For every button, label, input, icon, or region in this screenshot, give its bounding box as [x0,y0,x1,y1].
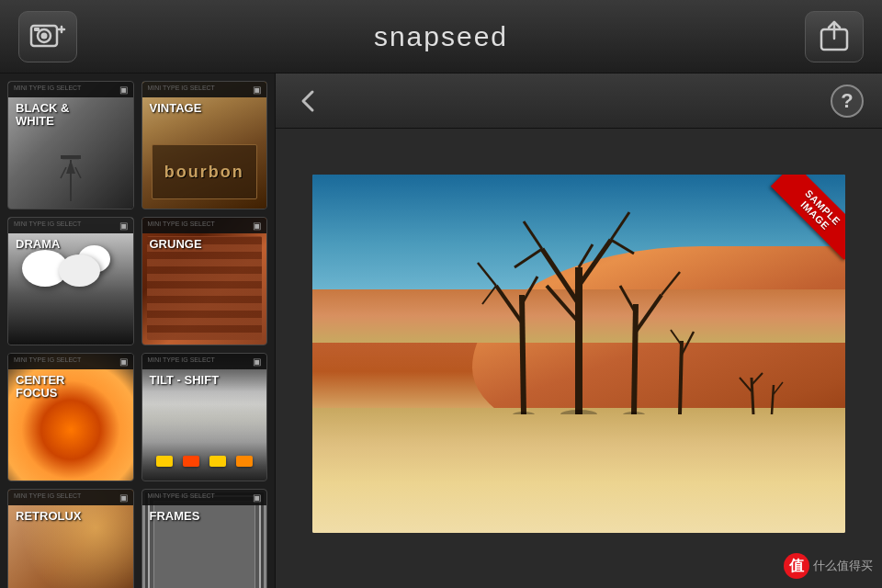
svg-line-15 [542,249,579,304]
svg-point-36 [513,412,535,414]
svg-line-31 [620,286,636,313]
main-image-container: SAMPLEIMAGE [312,175,845,533]
filter-title-frames: FRAMES [142,506,208,526]
svg-line-42 [774,382,783,394]
filter-title-vintage: VINTAGE [142,98,209,119]
svg-rect-13 [61,155,81,159]
filter-card-frames[interactable]: MINI TYPE IG SELECT ▣ FRAMES [141,489,268,588]
filter-list: MINI TYPE IG SELECT ▣ BLACK &WHITE bourb… [0,74,276,588]
svg-marker-9 [66,160,75,174]
svg-line-22 [579,244,593,267]
svg-line-30 [662,272,680,295]
filter-card-vintage[interactable]: bourbon MINI TYPE IG SELECT ▣ VINTAGE [141,81,268,209]
filter-card-tilt-shift[interactable]: MINI TYPE IG SELECT ▣ TILT - SHIFT [141,353,268,481]
svg-line-39 [740,378,752,391]
filter-card-grunge[interactable]: MINI TYPE IG SELECT ▣ GRUNGE [141,217,268,345]
share-button[interactable] [805,11,864,62]
card-meta-bw: MINI TYPE IG SELECT [14,85,81,95]
preview-toolbar: ? [276,74,882,129]
svg-line-41 [772,385,774,414]
svg-line-29 [636,295,662,332]
filter-title-cf: CENTERFOCUS [8,370,72,404]
svg-line-40 [752,373,763,385]
back-button[interactable] [294,86,323,116]
svg-line-11 [75,167,81,178]
watermark: 值 什么值得买 [784,553,873,579]
svg-line-24 [496,286,522,322]
svg-point-37 [623,412,645,414]
filter-title-drama: DRAMA [8,234,67,254]
main-content: MINI TYPE IG SELECT ▣ BLACK &WHITE bourb… [0,74,882,588]
svg-line-27 [522,277,537,304]
svg-line-33 [682,332,694,355]
svg-line-34 [671,330,682,345]
app-title: snapseed [374,21,508,52]
svg-line-10 [61,167,66,178]
svg-line-25 [478,263,496,286]
card-header-cf: MINI TYPE IG SELECT ▣ [8,354,133,369]
sample-badge-text: SAMPLEIMAGE [771,175,845,260]
svg-point-2 [41,32,48,39]
svg-line-18 [579,240,611,286]
filter-title-bw: BLACK &WHITE [8,98,77,132]
card-header-rl: MINI TYPE IG SELECT ▣ [8,490,133,505]
filter-card-retrolux[interactable]: MINI TYPE IG SELECT ▣ RETROLUX [7,489,134,588]
svg-line-28 [634,304,636,414]
svg-line-16 [524,221,542,249]
svg-line-19 [611,212,629,240]
svg-line-32 [680,341,682,414]
card-header-ts: MINI TYPE IG SELECT ▣ [142,354,267,369]
card-header-drama: MINI TYPE IG SELECT ▣ [8,218,133,233]
svg-line-20 [611,240,634,254]
sample-image-badge: SAMPLEIMAGE [744,175,845,276]
svg-rect-3 [34,28,40,31]
app-header: snapseed [0,0,882,74]
card-header-bw: MINI TYPE IG SELECT ▣ [8,82,133,97]
card-header-grunge: MINI TYPE IG SELECT ▣ [142,218,267,233]
image-preview-area: SAMPLEIMAGE [276,129,882,588]
help-button[interactable]: ? [831,85,864,118]
filter-card-center-focus[interactable]: MINI TYPE IG SELECT ▣ CENTERFOCUS [7,353,134,481]
filter-title-grunge: GRUNGE [142,234,209,254]
filter-title-ts: TILT - SHIFT [142,370,227,390]
svg-line-17 [514,249,542,267]
card-header-frames: MINI TYPE IG SELECT ▣ [142,490,267,505]
preview-panel: ? [276,74,882,588]
svg-line-23 [522,295,524,414]
watermark-icon: 值 [784,553,809,579]
filter-card-black-white[interactable]: MINI TYPE IG SELECT ▣ BLACK &WHITE [7,81,134,209]
filter-title-rl: RETROLUX [8,506,89,526]
card-header-vintage: MINI TYPE IG SELECT ▣ [142,82,267,97]
filter-card-drama[interactable]: MINI TYPE IG SELECT ▣ DRAMA [7,217,134,345]
svg-line-21 [547,286,579,322]
svg-line-26 [482,286,496,304]
svg-point-35 [560,410,597,414]
watermark-text: 什么值得买 [813,558,873,574]
add-photo-button[interactable] [18,11,77,62]
